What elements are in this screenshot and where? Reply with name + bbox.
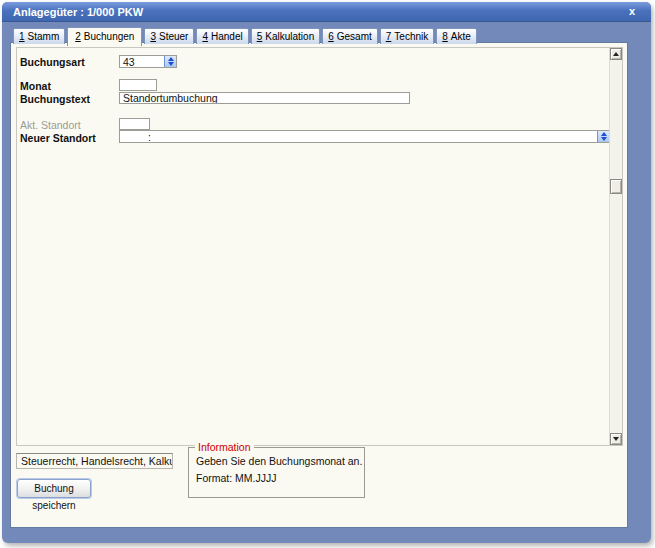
tab-gesamt[interactable]: 6Gesamt xyxy=(322,28,378,44)
tab-content-panel: Buchungsart 43 Monat Buchungstext Akt. S… xyxy=(10,42,628,528)
save-booking-button[interactable]: Buchung speichern xyxy=(17,479,91,498)
tab-strip: 1Stamm 2Buchungen 3Steuer 4Handel 5Kalku… xyxy=(13,27,479,44)
buchungsart-label: Buchungsart xyxy=(20,56,85,68)
tab-steuer[interactable]: 3Steuer xyxy=(144,28,194,44)
vertical-scrollbar[interactable] xyxy=(609,48,622,445)
monat-input[interactable] xyxy=(119,79,157,91)
tab-buchungen[interactable]: 2Buchungen xyxy=(67,27,142,46)
information-groupbox: Information Geben Sie den Buchungsmonat … xyxy=(188,447,365,498)
buchungsart-combo[interactable]: 43 xyxy=(119,55,177,68)
booking-form-area: Buchungsart 43 Monat Buchungstext Akt. S… xyxy=(16,47,623,446)
tab-handel[interactable]: 4Handel xyxy=(196,28,248,44)
neuer-standort-label: Neuer Standort xyxy=(20,132,96,144)
information-line-2: Format: MM.JJJJ xyxy=(196,472,277,484)
buchungstext-input[interactable] xyxy=(119,92,410,104)
neuer-standort-value: : xyxy=(120,131,596,142)
buchungsart-spinner-icon[interactable] xyxy=(164,56,176,67)
tab-akte[interactable]: 8Akte xyxy=(436,28,477,44)
tab-technik[interactable]: 7Technik xyxy=(380,28,434,44)
neuer-standort-spinner-icon[interactable] xyxy=(597,131,609,142)
scope-text-box: Steuerrecht, Handelsrecht, Kalkulation xyxy=(16,453,173,469)
tab-kalkulation[interactable]: 5Kalkulation xyxy=(251,28,320,44)
akt-standort-label: Akt. Standort xyxy=(20,119,81,131)
app-window: Anlagegüter : 1/000 PKW x 1Stamm 2Buchun… xyxy=(2,2,651,543)
akt-standort-input[interactable] xyxy=(119,118,150,130)
neuer-standort-combo[interactable]: : xyxy=(119,130,610,143)
monat-label: Monat xyxy=(20,80,51,92)
scroll-down-icon[interactable] xyxy=(610,433,622,445)
information-line-1: Geben Sie den Buchungsmonat an. xyxy=(196,455,362,467)
title-bar: Anlagegüter : 1/000 PKW x xyxy=(2,2,651,22)
scrollbar-thumb[interactable] xyxy=(610,179,622,194)
window-title: Anlagegüter : 1/000 PKW xyxy=(13,2,143,22)
tab-stamm[interactable]: 1Stamm xyxy=(13,28,65,44)
buchungstext-label: Buchungstext xyxy=(20,93,90,105)
information-legend: Information xyxy=(195,441,254,453)
close-icon[interactable]: x xyxy=(625,2,639,21)
scroll-up-icon[interactable] xyxy=(610,48,622,60)
buchungsart-value: 43 xyxy=(120,56,163,67)
